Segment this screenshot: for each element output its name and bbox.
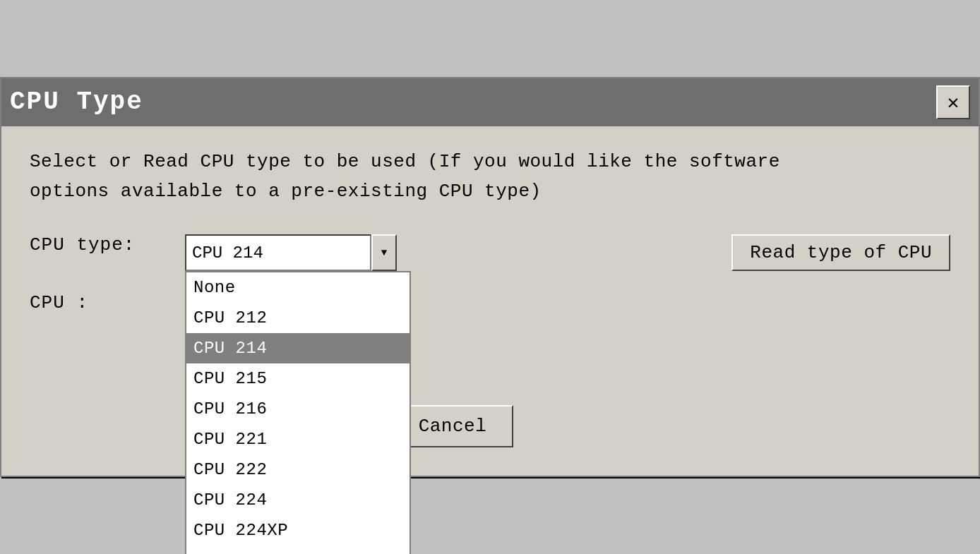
title-bar: CPU Type ✕ xyxy=(1,78,979,126)
list-item[interactable]: CPU 221 xyxy=(186,424,410,454)
list-item[interactable]: CPU 212 xyxy=(186,303,410,333)
dropdown-container: ▼ None CPU 212 CPU 214 CPU 215 CPU 216 C… xyxy=(185,234,397,271)
dropdown-input[interactable] xyxy=(185,234,371,271)
dialog-window: CPU Type ✕ Select or Read CPU type to be… xyxy=(0,77,980,477)
list-item[interactable]: CPU 222 xyxy=(186,454,410,485)
list-item-selected[interactable]: CPU 214 xyxy=(186,333,410,363)
cpu-type-label: CPU type: xyxy=(30,234,171,255)
dialog-title: CPU Type xyxy=(10,88,143,116)
description-text: Select or Read CPU type to be used (If y… xyxy=(30,147,950,206)
form-area: CPU type: ▼ None CPU 212 xyxy=(30,234,950,447)
close-icon: ✕ xyxy=(948,90,960,114)
dropdown-arrow-button[interactable]: ▼ xyxy=(371,234,397,271)
list-item[interactable]: CPU 224XP xyxy=(186,515,410,546)
cpu-row: CPU : Accept Cancel xyxy=(30,292,950,447)
list-item[interactable]: CPU 226 xyxy=(186,546,410,554)
description-line1: Select or Read CPU type to be used (If y… xyxy=(30,147,950,177)
close-button[interactable]: ✕ xyxy=(936,85,970,119)
dropdown-trigger[interactable]: ▼ xyxy=(185,234,397,271)
dialog-body: Select or Read CPU type to be used (If y… xyxy=(1,126,979,476)
cpu-label: CPU : xyxy=(30,292,171,313)
description-line2: options available to a pre-existing CPU … xyxy=(30,177,950,207)
list-item[interactable]: CPU 216 xyxy=(186,394,410,424)
cpu-type-row: CPU type: ▼ None CPU 212 xyxy=(30,234,950,271)
cpu-type-left: CPU type: ▼ None CPU 212 xyxy=(30,234,717,271)
list-item[interactable]: CPU 224 xyxy=(186,485,410,515)
dropdown-list: None CPU 212 CPU 214 CPU 215 CPU 216 CPU… xyxy=(185,271,411,554)
chevron-down-icon: ▼ xyxy=(381,247,387,258)
read-cpu-button[interactable]: Read type of CPU xyxy=(731,234,950,271)
list-item[interactable]: CPU 215 xyxy=(186,363,410,394)
list-item[interactable]: None xyxy=(186,272,410,303)
